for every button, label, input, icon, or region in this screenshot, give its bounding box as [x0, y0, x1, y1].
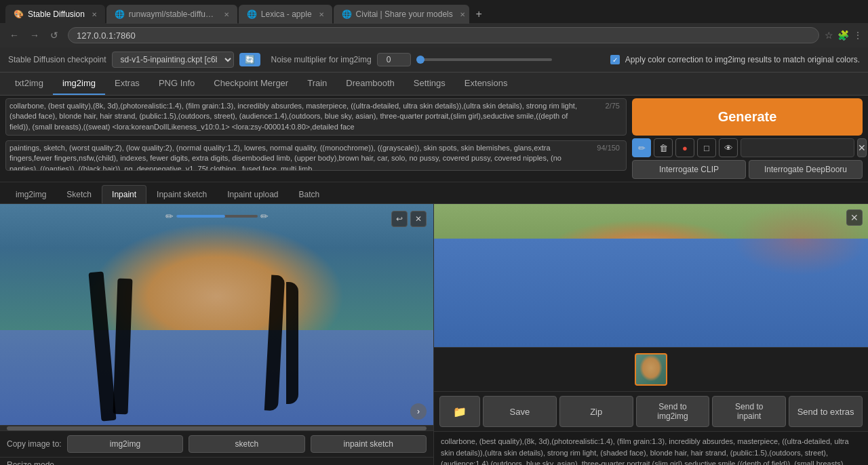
close-output-button[interactable]: ✕: [846, 209, 863, 226]
undo-tool-btn[interactable]: ↩: [391, 211, 408, 227]
circle-icon-btn[interactable]: ●: [675, 138, 694, 157]
canvas-toolbar: ↩ ✕: [391, 211, 427, 227]
output-image-area: ✕: [434, 204, 868, 347]
brush-icon: ✏: [165, 211, 174, 222]
main-nav: txt2img img2img Extras PNG Info Checkpoi…: [0, 73, 868, 96]
resize-row: Resize mode: [0, 457, 433, 465]
forward-button[interactable]: →: [26, 28, 43, 42]
brush-tool-icon-right: ✏: [260, 211, 269, 222]
nav-tab-extensions[interactable]: Extensions: [455, 73, 517, 95]
zip-button[interactable]: Zip: [559, 396, 633, 427]
tab-runway[interactable]: 🌐 runwayml/stable-diffusion-inpa... ✕: [106, 5, 237, 24]
address-input[interactable]: [68, 27, 819, 43]
sub-tab-inpaint-sketch[interactable]: Inpaint sketch: [146, 185, 217, 203]
clear-tool-btn[interactable]: ✕: [410, 211, 427, 227]
trash-icon-btn[interactable]: 🗑: [654, 138, 673, 157]
tab-civitai[interactable]: 🌐 Civitai | Share your models ✕: [334, 5, 469, 24]
toolbar-icons: ✏ 🗑 ● □ 👁: [632, 138, 738, 157]
bookmark-icon[interactable]: ☆: [825, 30, 833, 41]
tab-icon: 🌐: [115, 9, 125, 19]
eye-icon-btn[interactable]: 👁: [719, 138, 738, 157]
brush-slider[interactable]: [176, 215, 258, 218]
nav-tab-checkpoint-merger[interactable]: Checkpoint Merger: [204, 73, 298, 95]
tab-label: Civitai | Share your models: [356, 9, 453, 19]
canvas-scrollbar[interactable]: [0, 425, 433, 430]
sub-tab-inpaint[interactable]: Inpaint: [102, 185, 146, 203]
refresh-checkpoint-button[interactable]: 🔄: [239, 53, 260, 66]
tab-close-btn[interactable]: ✕: [224, 11, 229, 18]
resize-mode-label: Resize mode: [7, 460, 54, 465]
open-folder-button[interactable]: 📁: [439, 396, 480, 427]
copy-sketch-button[interactable]: sketch: [189, 435, 304, 453]
nav-tab-train[interactable]: Train: [298, 73, 336, 95]
negative-prompt-input[interactable]: [5, 140, 627, 171]
negative-prompt-wrapper: 94/150 paintings, sketch, (worst quality…: [5, 140, 627, 173]
browser-chrome: 🎨 Stable Diffusion ✕ 🌐 runwayml/stable-d…: [0, 0, 868, 47]
prompt-area: 2/75 collarbone, (best quality),(8k, 3d)…: [0, 96, 868, 182]
sub-tab-img2img[interactable]: img2img: [5, 185, 56, 203]
tab-label: Stable Diffusion: [28, 9, 85, 19]
back-button[interactable]: ←: [5, 28, 23, 42]
action-buttons-row: 📁 Save Zip Send to img2img Send to inpai…: [434, 392, 868, 432]
square-icon-btn[interactable]: □: [697, 138, 716, 157]
copy-image-label: Copy image to:: [7, 439, 62, 449]
save-button[interactable]: Save: [483, 396, 557, 427]
brush-size-container: ✏ ✏: [165, 211, 269, 222]
interrogate-deepbooru-button[interactable]: Interrogate DeepBooru: [749, 160, 863, 179]
noise-input[interactable]: [377, 53, 411, 66]
noise-slider[interactable]: [416, 58, 552, 61]
interrogate-buttons: Interrogate CLIP Interrogate DeepBooru: [632, 160, 863, 179]
app-content: Stable Diffusion checkpoint sd-v1-5-inpa…: [0, 47, 868, 465]
address-bar-row: ← → ↺ ☆ 🧩 ⋮: [0, 23, 868, 47]
browser-actions: ☆ 🧩 ⋮: [825, 30, 863, 41]
scroll-indicator[interactable]: ›: [410, 403, 427, 420]
nav-tab-settings[interactable]: Settings: [404, 73, 455, 95]
menu-icon[interactable]: ⋮: [853, 30, 863, 41]
styles-apply-btn[interactable]: ✕: [857, 138, 867, 157]
copy-inpaint-sketch-button[interactable]: inpaint sketch: [311, 435, 427, 453]
tab-bar: 🎨 Stable Diffusion ✕ 🌐 runwayml/stable-d…: [0, 0, 868, 23]
noise-section: Noise multiplier for img2img: [271, 53, 599, 66]
nav-tab-png-info[interactable]: PNG Info: [149, 73, 204, 95]
positive-prompt-wrapper: 2/75 collarbone, (best quality),(8k, 3d)…: [5, 98, 627, 138]
tab-stable-diffusion[interactable]: 🎨 Stable Diffusion ✕: [5, 5, 105, 24]
reload-button[interactable]: ↺: [46, 28, 62, 42]
color-correction-section: ✓ Apply color correction to img2img resu…: [610, 55, 860, 64]
new-tab-button[interactable]: +: [471, 5, 488, 23]
sub-tab-sketch[interactable]: Sketch: [56, 185, 102, 203]
sub-tab-batch[interactable]: Batch: [289, 185, 330, 203]
canvas-scrollbar-thumb: [7, 426, 427, 430]
tab-close-btn[interactable]: ✕: [319, 11, 324, 18]
send-to-img2img-button[interactable]: Send to img2img: [636, 396, 710, 427]
pencil-icon-btn[interactable]: ✏: [632, 138, 651, 157]
nav-tab-txt2img[interactable]: txt2img: [5, 73, 53, 95]
checkpoint-select[interactable]: sd-v1-5-inpainting.ckpt [c6bbc15e32]: [112, 52, 234, 68]
nav-tab-dreambooth[interactable]: Dreambooth: [336, 73, 404, 95]
interrogate-clip-button[interactable]: Interrogate CLIP: [632, 160, 746, 179]
tab-icon: 🎨: [14, 9, 24, 19]
generate-button[interactable]: Generate: [632, 98, 863, 136]
extensions-icon[interactable]: 🧩: [837, 30, 849, 41]
nav-tab-img2img[interactable]: img2img: [53, 73, 105, 95]
style-buttons-row: ✏ 🗑 ● □ 👁 ✕ ⬛: [632, 138, 863, 157]
output-caption: collarbone, (best quality),(8k, 3d),(pho…: [434, 432, 868, 465]
send-to-inpaint-button[interactable]: Send to inpaint: [712, 396, 786, 427]
prompt-left: 2/75 collarbone, (best quality),(8k, 3d)…: [5, 98, 627, 179]
copy-image-row: Copy image to: img2img sketch inpaint sk…: [0, 430, 433, 457]
checkpoint-section: Stable Diffusion checkpoint sd-v1-5-inpa…: [8, 52, 260, 68]
sub-tab-inpaint-upload[interactable]: Inpaint upload: [217, 185, 288, 203]
color-correction-checkbox[interactable]: ✓: [610, 55, 620, 64]
tab-close-btn[interactable]: ✕: [92, 11, 97, 18]
tab-close-btn[interactable]: ✕: [460, 11, 465, 18]
nav-tab-extras[interactable]: Extras: [105, 73, 149, 95]
positive-prompt-input[interactable]: [5, 98, 627, 136]
tab-icon: 🌐: [247, 9, 257, 19]
send-to-extras-button[interactable]: Send to extras: [789, 396, 863, 427]
styles-input[interactable]: [741, 138, 854, 157]
copy-img2img-button[interactable]: img2img: [67, 435, 183, 453]
prompt-right: Generate ✏ 🗑 ● □ 👁 ✕ ⬛ Interrogate CLIP …: [632, 98, 863, 179]
image-thumbnail[interactable]: [635, 353, 667, 386]
brush-slider-fill: [176, 215, 225, 218]
tab-lexica[interactable]: 🌐 Lexica - apple ✕: [239, 5, 332, 24]
canvas-area[interactable]: ↩ ✕ ✏ ✏ ›: [0, 204, 433, 425]
